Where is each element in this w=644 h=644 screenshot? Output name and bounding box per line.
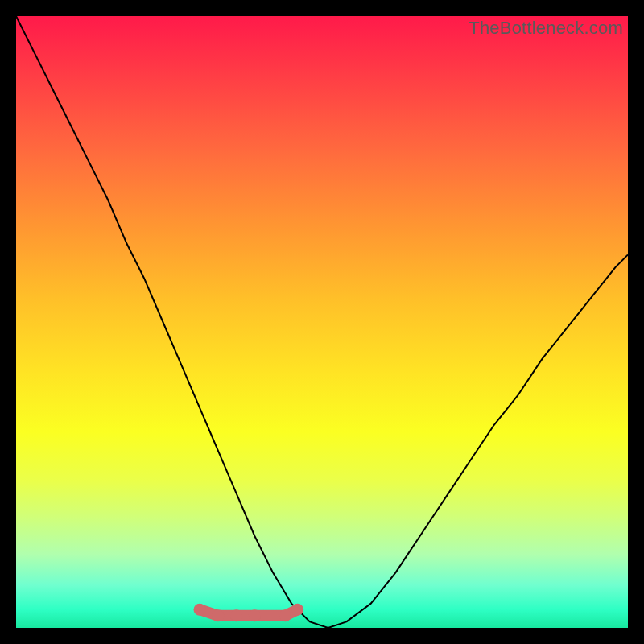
flat-region-dot bbox=[279, 609, 291, 621]
plot-area: TheBottleneck.com bbox=[16, 16, 628, 628]
flat-region-dot bbox=[212, 609, 224, 621]
chart-frame: TheBottleneck.com bbox=[0, 0, 644, 644]
flat-region-dot bbox=[230, 609, 242, 621]
chart-svg bbox=[16, 16, 628, 628]
flat-region-dot bbox=[194, 604, 206, 616]
bottleneck-curve bbox=[16, 16, 628, 628]
flat-region-dot bbox=[249, 609, 261, 621]
flat-region-dot bbox=[291, 604, 303, 616]
